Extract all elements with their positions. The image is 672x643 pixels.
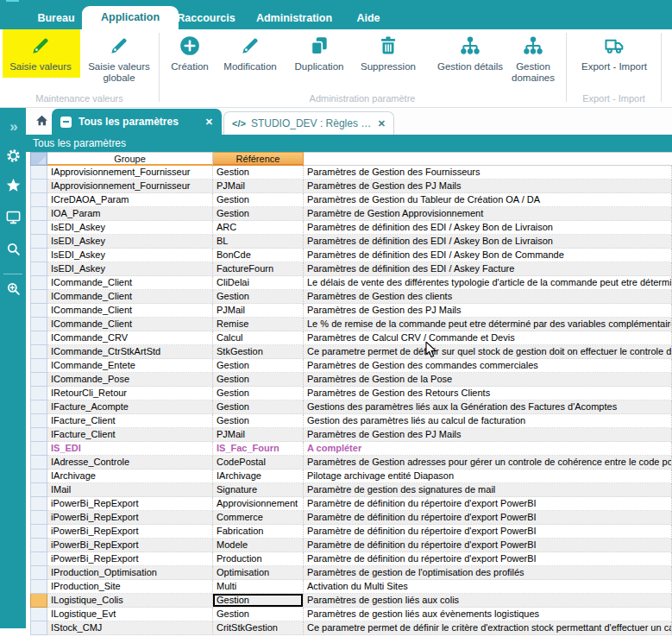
cell-description[interactable]: Paramètres de Gestion des commandes comm…	[304, 359, 672, 373]
row-header-cell[interactable]	[30, 373, 47, 387]
menu-aide[interactable]: Aide	[351, 7, 385, 29]
row-header-cell[interactable]	[30, 345, 47, 359]
table-row[interactable]: iPowerBi_RepExport Production Paramètre …	[30, 552, 672, 566]
table-row[interactable]: IsEDI_Askey FactureFourn Paramètres de d…	[30, 262, 672, 276]
cell-groupe[interactable]: IOA_Param	[47, 207, 213, 221]
cell-groupe[interactable]: ICommande_Client	[47, 304, 213, 318]
expand-sidebar-button[interactable]: »	[0, 118, 26, 136]
cell-groupe[interactable]: IStock_CMJ	[47, 621, 213, 635]
cell-description[interactable]: Activation du Multi Sites	[304, 580, 672, 594]
ribbon-gestion-domaines-button[interactable]: Gestion domaines	[495, 35, 571, 84]
row-header-cell[interactable]	[30, 456, 47, 470]
ribbon-modification-button[interactable]: Modification	[212, 35, 288, 72]
table-row[interactable]: IProduction_Optimisation Optimisation Pa…	[30, 566, 672, 580]
cell-reference[interactable]: IArchivage	[213, 470, 304, 483]
cell-description[interactable]: Paramètres de définition des EDI / Askey…	[304, 235, 672, 249]
row-header-cell[interactable]	[30, 608, 47, 621]
cell-description[interactable]: Le délais de vente des différentes typol…	[304, 276, 672, 290]
cell-reference[interactable]: Approvisionnement	[213, 497, 304, 511]
cell-description[interactable]: A compléter	[304, 442, 672, 456]
cell-reference[interactable]: Signature	[213, 483, 304, 497]
cell-groupe[interactable]: IProduction_Site	[47, 580, 213, 594]
cell-reference[interactable]: Fabrication	[213, 525, 304, 539]
menu-bureau[interactable]: Bureau	[32, 7, 79, 29]
cell-groupe[interactable]: IsEDI_Askey	[47, 249, 213, 262]
cell-groupe[interactable]: IFacture_Client	[47, 428, 213, 442]
table-row[interactable]: ICommande_Client Gestion Paramètres de G…	[30, 290, 672, 304]
table-row[interactable]: IMail Signature Paramètre de gestion des…	[30, 483, 672, 497]
table-row[interactable]: iPowerBi_RepExport Approvisionnement Par…	[30, 497, 672, 511]
table-row[interactable]: ICommande_Client CliDelai Le délais de v…	[30, 276, 672, 290]
table-row[interactable]: IFacture_Client Gestion Gestion des para…	[30, 414, 672, 428]
column-header-description[interactable]	[304, 152, 672, 166]
row-header-cell[interactable]	[30, 249, 47, 262]
cell-reference[interactable]: CliDelai	[213, 276, 304, 290]
cell-reference[interactable]: Gestion	[213, 207, 304, 221]
table-row[interactable]: IsEDI_Askey BL Paramètres de définition …	[30, 235, 672, 249]
cell-reference[interactable]: Gestion	[213, 400, 304, 414]
home-button[interactable]	[31, 111, 52, 133]
table-row[interactable]: IAdresse_Controle CodePostal Paramètres …	[30, 456, 672, 470]
cell-description[interactable]: Paramètres de définition des EDI / Askey…	[304, 262, 672, 276]
cell-description[interactable]: Ce parametre permet de définir sur quel …	[304, 345, 672, 359]
cell-description[interactable]: Paramètres de Gestion des PJ Mails	[304, 304, 672, 318]
cell-description[interactable]: Paramètres de Gestion adresses pour gére…	[304, 456, 672, 470]
row-header-cell[interactable]	[30, 221, 47, 235]
cell-groupe[interactable]: iPowerBi_RepExport	[47, 552, 213, 566]
table-row[interactable]: IOA_Param Gestion Paramètre de Gestion A…	[30, 207, 672, 221]
table-row[interactable]: IRetourCli_Retour Gestion Paramètres de …	[30, 387, 672, 400]
row-header-cell[interactable]	[30, 580, 47, 594]
favorites-button[interactable]	[0, 177, 26, 193]
cell-reference[interactable]: Production	[213, 552, 304, 566]
column-header-groupe[interactable]: Groupe	[47, 152, 213, 166]
close-tab-icon[interactable]: ✕	[205, 117, 213, 128]
row-header-cell[interactable]	[30, 552, 47, 566]
row-header-cell[interactable]	[30, 483, 47, 497]
cell-reference[interactable]: IS_Fac_Fourn	[213, 442, 304, 456]
table-row[interactable]: IArchivage IArchivage Pilotage archivage…	[30, 470, 672, 483]
menu-administration[interactable]: Administration	[251, 7, 337, 29]
row-header-cell[interactable]	[30, 621, 47, 635]
cell-reference[interactable]: Modele	[213, 539, 304, 552]
cell-reference[interactable]: PJMail	[213, 428, 304, 442]
cell-description[interactable]: Paramètres de Gestion des PJ Mails	[304, 428, 672, 442]
menu-raccourcis[interactable]: Raccourcis	[172, 7, 240, 29]
row-header-cell[interactable]	[30, 539, 47, 552]
cell-description[interactable]: Paramètres de Calcul CRV / Commande et D…	[304, 331, 672, 345]
cell-description[interactable]: Paramètres de Gestion des Retours Client…	[304, 387, 672, 400]
cell-groupe[interactable]: ICommande_Entete	[47, 359, 213, 373]
cell-description[interactable]: Paramètre de définition du répertoire d'…	[304, 552, 672, 566]
row-header-cell[interactable]	[30, 166, 47, 180]
cell-description[interactable]: Paramètre de définition du répertoire d'…	[304, 497, 672, 511]
row-header-cell[interactable]	[30, 318, 47, 331]
cell-description[interactable]: Paramètres de définition des EDI / Askey…	[304, 221, 672, 235]
cell-groupe[interactable]: ICommande_Pose	[47, 373, 213, 387]
column-header-reference[interactable]: Référence	[213, 152, 304, 166]
row-header-cell[interactable]	[30, 262, 47, 276]
close-tab-icon[interactable]: ✕	[378, 118, 386, 129]
cell-groupe[interactable]: IS_EDI	[47, 442, 213, 456]
cell-description[interactable]: Paramètres de Gestion des PJ Mails	[304, 180, 672, 193]
cell-description[interactable]: Paramètre de définition du répertoire d'…	[304, 511, 672, 525]
ribbon-export-import-button[interactable]: Export - Import	[576, 35, 652, 72]
row-header-cell[interactable]	[30, 497, 47, 511]
row-header-cell[interactable]	[30, 511, 47, 525]
table-row[interactable]: iPowerBi_RepExport Fabrication Paramètre…	[30, 525, 672, 539]
cell-reference[interactable]: Optimisation	[213, 566, 304, 580]
cell-description[interactable]: Ce parametre permet de définir le critèr…	[304, 621, 672, 635]
table-row[interactable]: IsEDI_Askey BonCde Paramètres de définit…	[30, 249, 672, 262]
table-row[interactable]: ICreDAOA_Param Gestion Paramètres de Ges…	[30, 193, 672, 207]
row-header-cell[interactable]	[30, 525, 47, 539]
menu-application[interactable]: Application	[82, 6, 179, 29]
cell-reference[interactable]: Calcul	[213, 331, 304, 345]
table-row[interactable]: ILogistique_Evt Gestion Paramètres de ge…	[30, 608, 672, 621]
row-header-cell[interactable]	[30, 442, 47, 456]
cell-description[interactable]: Pilotage archivage entité Diapason	[304, 470, 672, 483]
row-header-cell[interactable]	[30, 235, 47, 249]
cell-reference[interactable]: BL	[213, 235, 304, 249]
cell-description[interactable]: Paramètres de Gestion du Tableur de Créa…	[304, 193, 672, 207]
cell-groupe[interactable]: ICommande_Client	[47, 276, 213, 290]
cell-reference[interactable]: Gestion	[213, 359, 304, 373]
cell-groupe[interactable]: IsEDI_Askey	[47, 262, 213, 276]
cell-reference[interactable]: Gestion	[213, 608, 304, 621]
